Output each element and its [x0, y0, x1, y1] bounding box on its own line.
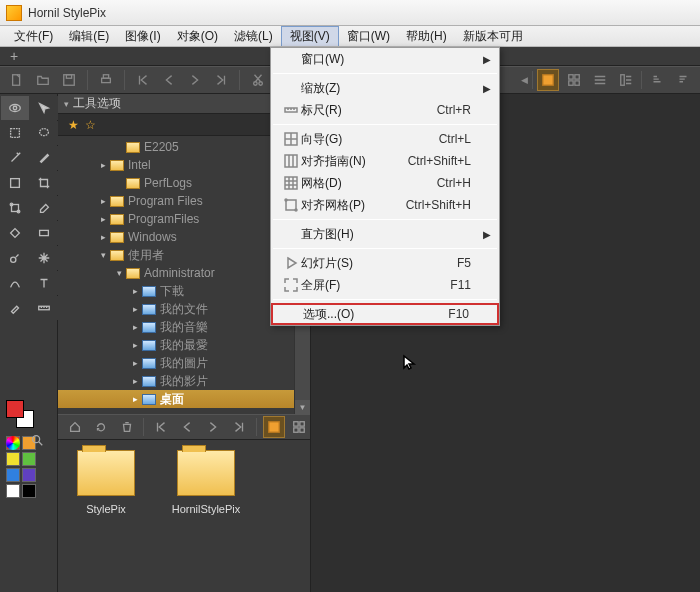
tree-caret-icon[interactable]: ▸: [130, 394, 140, 404]
tree-caret-icon[interactable]: ▸: [130, 376, 140, 386]
crop-tool-icon[interactable]: [30, 171, 58, 195]
tree-caret-icon[interactable]: ▸: [130, 358, 140, 368]
file-item[interactable]: StylePix: [66, 450, 146, 516]
move-tool-icon[interactable]: [30, 96, 58, 120]
clone-tool-icon[interactable]: [1, 246, 29, 270]
tree-caret-icon[interactable]: ▾: [98, 250, 108, 260]
nav-next-icon[interactable]: [184, 69, 206, 91]
sparkle-tool-icon[interactable]: [30, 246, 58, 270]
fb-nav-next-icon[interactable]: [202, 416, 224, 438]
color-swatch[interactable]: [6, 452, 20, 466]
eraser-tool-icon[interactable]: [30, 196, 58, 220]
save-icon[interactable]: [58, 69, 80, 91]
view-mode-detail-icon[interactable]: [615, 69, 637, 91]
svg-rect-35: [285, 155, 297, 167]
menu-item[interactable]: 窗口(W): [339, 26, 398, 46]
fb-nav-first-icon[interactable]: [150, 416, 172, 438]
marquee-tool-icon[interactable]: [1, 121, 29, 145]
menu-item[interactable]: 对象(O): [169, 26, 226, 46]
color-swatch[interactable]: [6, 484, 20, 498]
view-mode-thumbnail-icon[interactable]: [537, 69, 559, 91]
tree-caret-icon[interactable]: ▸: [130, 340, 140, 350]
menu-item[interactable]: 滤镜(L): [226, 26, 281, 46]
menu-item[interactable]: 对齐网格(P)Ctrl+Shift+H: [271, 194, 499, 216]
lasso-tool-icon[interactable]: [30, 121, 58, 145]
new-file-icon[interactable]: [6, 69, 28, 91]
measure-tool-icon[interactable]: [30, 296, 58, 320]
fb-delete-icon[interactable]: [116, 416, 138, 438]
menu-item[interactable]: 向导(G)Ctrl+L: [271, 128, 499, 150]
foreground-color[interactable]: [6, 400, 24, 418]
fb-view-thumb-icon[interactable]: [263, 416, 285, 438]
color-swatch[interactable]: [22, 468, 36, 482]
shape-tool-icon[interactable]: [1, 171, 29, 195]
star-add-icon[interactable]: ☆: [85, 118, 96, 132]
menu-item[interactable]: 全屏(F)F11: [271, 274, 499, 296]
fb-refresh-icon[interactable]: [90, 416, 112, 438]
folder-icon: [177, 450, 235, 496]
new-tab-button[interactable]: +: [4, 48, 24, 64]
print-icon[interactable]: [95, 69, 117, 91]
gradient-tool-icon[interactable]: [30, 221, 58, 245]
cut-icon[interactable]: [247, 69, 269, 91]
menu-item[interactable]: 图像(I): [117, 26, 168, 46]
fill-tool-icon[interactable]: [1, 221, 29, 245]
color-wheel-icon[interactable]: [6, 436, 20, 450]
brush-tool-icon[interactable]: [30, 146, 58, 170]
path-tool-icon[interactable]: [1, 271, 29, 295]
nav-first-icon[interactable]: [132, 69, 154, 91]
menu-item[interactable]: 窗口(W)▶: [271, 48, 499, 70]
menu-item[interactable]: 幻灯片(S)F5: [271, 252, 499, 274]
menu-item[interactable]: 视图(V): [281, 26, 339, 46]
tree-caret-icon[interactable]: ▸: [130, 322, 140, 332]
tree-caret-icon[interactable]: ▸: [130, 304, 140, 314]
tree-node[interactable]: ▸我的最愛: [58, 336, 310, 354]
eyedropper-tool-icon[interactable]: [1, 296, 29, 320]
transform-tool-icon[interactable]: [1, 196, 29, 220]
tree-node[interactable]: ▸我的圖片: [58, 354, 310, 372]
tree-caret-icon[interactable]: ▸: [98, 214, 108, 224]
eye-tool-icon[interactable]: [1, 96, 29, 120]
fb-view-grid-icon[interactable]: [289, 416, 311, 438]
menu-item[interactable]: 缩放(Z)▶: [271, 77, 499, 99]
sort-asc-icon[interactable]: [646, 69, 668, 91]
menu-item[interactable]: 选项...(O)F10: [271, 303, 499, 325]
menu-item[interactable]: 对齐指南(N)Ctrl+Shift+L: [271, 150, 499, 172]
tree-caret-icon[interactable]: ▸: [98, 160, 108, 170]
nav-last-icon[interactable]: [210, 69, 232, 91]
tree-node[interactable]: ▸桌面: [58, 390, 310, 408]
tree-node[interactable]: ▸我的影片: [58, 372, 310, 390]
nav-prev-icon[interactable]: [158, 69, 180, 91]
menu-item[interactable]: 编辑(E): [61, 26, 117, 46]
fb-home-icon[interactable]: [64, 416, 86, 438]
zoom-tool-icon[interactable]: [30, 433, 44, 450]
toolbar-collapse-icon[interactable]: ◀: [521, 75, 528, 85]
sort-desc-icon[interactable]: [672, 69, 694, 91]
fb-nav-last-icon[interactable]: [228, 416, 250, 438]
wand-tool-icon[interactable]: [1, 146, 29, 170]
view-mode-list-icon[interactable]: [589, 69, 611, 91]
tree-caret-icon[interactable]: ▾: [114, 268, 124, 278]
separator: [256, 418, 257, 436]
menu-item[interactable]: 直方图(H)▶: [271, 223, 499, 245]
color-swatch[interactable]: [22, 452, 36, 466]
menu-item[interactable]: 网格(D)Ctrl+H: [271, 172, 499, 194]
color-swatch[interactable]: [22, 484, 36, 498]
fb-nav-prev-icon[interactable]: [176, 416, 198, 438]
tree-caret-icon[interactable]: ▸: [130, 286, 140, 296]
folder-icon: [110, 214, 124, 225]
tree-caret-icon[interactable]: ▸: [98, 196, 108, 206]
star-favorite-icon[interactable]: ★: [68, 118, 79, 132]
menu-item[interactable]: 帮助(H): [398, 26, 455, 46]
tree-caret-icon[interactable]: ▸: [98, 232, 108, 242]
view-mode-grid-icon[interactable]: [563, 69, 585, 91]
menu-item[interactable]: 新版本可用: [455, 26, 531, 46]
scroll-down-icon[interactable]: ▼: [295, 400, 310, 414]
open-file-icon[interactable]: [32, 69, 54, 91]
file-item[interactable]: HornilStylePix: [166, 450, 246, 516]
color-swatch[interactable]: [6, 468, 20, 482]
menu-item[interactable]: 文件(F): [6, 26, 61, 46]
text-tool-icon[interactable]: [30, 271, 58, 295]
fg-bg-color-swatch[interactable]: [6, 400, 40, 428]
menu-item[interactable]: 标尺(R)Ctrl+R: [271, 99, 499, 121]
